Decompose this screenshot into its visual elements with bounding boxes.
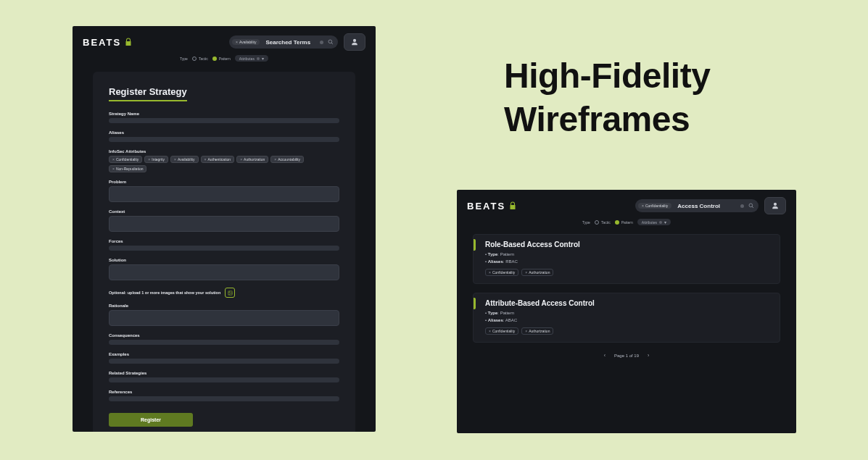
infosec-chip-row: ×Confidentiality ×Integrity ×Availabilit… <box>109 156 339 172</box>
tag-authorization[interactable]: ×Authorization <box>521 327 553 335</box>
search-filter-chip[interactable]: × Availability <box>232 39 260 45</box>
accent-stripe <box>474 239 476 251</box>
close-icon: × <box>489 329 491 333</box>
label-examples: Examples <box>109 352 339 356</box>
app-search-results: BEATS × Confidentiality Access Control T… <box>457 190 796 433</box>
search-status-dot <box>740 204 744 208</box>
user-icon <box>772 202 779 209</box>
label-infosec: InfoSec Attributes <box>109 149 339 154</box>
close-icon[interactable]: × <box>274 157 276 162</box>
svg-point-4 <box>749 204 753 207</box>
page-title: High-Fidelity Wireframes <box>504 54 710 141</box>
filter-pattern-option[interactable]: Pattern <box>615 220 633 225</box>
chip-integrity[interactable]: ×Integrity <box>144 156 168 163</box>
input-related[interactable] <box>109 377 339 382</box>
lock-icon <box>508 201 517 210</box>
close-icon[interactable]: × <box>174 157 176 162</box>
chip-authorization[interactable]: ×Authorization <box>236 156 268 163</box>
search-status-dot <box>320 41 323 44</box>
close-icon: × <box>525 270 527 275</box>
lock-icon <box>124 38 133 46</box>
close-icon: × <box>525 329 527 333</box>
upload-button[interactable] <box>225 288 235 298</box>
filter-tactic-option[interactable]: Tactic <box>595 220 611 225</box>
close-icon[interactable]: × <box>112 167 115 171</box>
tag-confidentiality[interactable]: ×Confidentiality <box>485 269 518 276</box>
search-icon <box>748 203 754 209</box>
pager-prev[interactable]: ‹ <box>604 353 605 358</box>
brand: BEATS <box>83 37 133 48</box>
pager-next[interactable]: › <box>648 353 649 358</box>
chip-accountability[interactable]: ×Accountability <box>270 156 304 163</box>
topbar: BEATS × Availability Searched Terms <box>73 26 376 52</box>
chip-remove-icon[interactable]: × <box>236 40 238 44</box>
search-button[interactable] <box>747 203 756 209</box>
panel-title: Register Strategy <box>109 86 187 101</box>
filter-type-label: Type <box>582 220 590 225</box>
search-text[interactable]: Searched Terms <box>263 39 317 46</box>
label-context: Context <box>109 209 339 214</box>
input-examples[interactable] <box>109 359 339 364</box>
label-rationale: Rationale <box>109 304 339 308</box>
close-icon[interactable]: × <box>112 157 115 162</box>
input-problem[interactable] <box>109 186 339 202</box>
input-rationale[interactable] <box>109 310 339 326</box>
svg-point-0 <box>328 40 332 43</box>
input-forces[interactable] <box>109 246 339 251</box>
filter-attributes-select[interactable]: Attributes ▾ <box>637 219 671 225</box>
label-related: Related Strategies <box>109 371 339 375</box>
pager-status: Page 1 of 19 <box>614 354 639 358</box>
close-icon[interactable]: × <box>148 157 150 162</box>
chip-nonrepudiation[interactable]: ×Non-Repudiation <box>109 165 146 172</box>
input-strategy-name[interactable] <box>109 118 339 123</box>
chevron-down-icon: ▾ <box>262 56 264 61</box>
result-meta: Type: Pattern Aliases: RBAC <box>485 251 768 265</box>
search-filter-chip[interactable]: × Confidentiality <box>638 203 671 209</box>
topbar: BEATS × Confidentiality Access Control <box>457 190 796 216</box>
result-title: Role-Based Access Control <box>485 241 768 248</box>
search-text[interactable]: Access Control <box>674 203 737 209</box>
chip-authentication[interactable]: ×Authentication <box>201 156 235 163</box>
accent-stripe <box>474 298 476 309</box>
search-bar[interactable]: × Confidentiality Access Control <box>635 199 759 212</box>
user-icon <box>351 38 358 46</box>
filter-tactic-option[interactable]: Tactic <box>192 57 208 61</box>
search-bar[interactable]: × Availability Searched Terms <box>229 35 338 49</box>
app-register-strategy: BEATS × Availability Searched Terms Type… <box>73 26 376 432</box>
chip-availability[interactable]: ×Availability <box>170 156 198 163</box>
register-form-panel: Register Strategy Strategy Name Aliases … <box>93 72 355 432</box>
radio-off-icon <box>595 220 599 225</box>
result-card[interactable]: Role-Based Access Control Type: Pattern … <box>473 234 780 284</box>
chip-confidentiality[interactable]: ×Confidentiality <box>109 156 142 163</box>
label-forces: Forces <box>109 239 339 243</box>
tag-authorization[interactable]: ×Authorization <box>521 269 553 276</box>
search-icon <box>328 39 334 45</box>
input-aliases[interactable] <box>109 137 339 142</box>
register-button[interactable]: Register <box>109 413 193 427</box>
filter-attributes-select[interactable]: Attributes ▾ <box>235 55 268 62</box>
upload-label: Optional: upload 1 or more images that s… <box>109 290 220 295</box>
label-consequences: Consequences <box>109 333 339 338</box>
results-list: Role-Based Access Control Type: Pattern … <box>457 231 796 365</box>
tag-confidentiality[interactable]: ×Confidentiality <box>485 327 518 335</box>
input-consequences[interactable] <box>109 340 339 345</box>
input-references[interactable] <box>109 396 339 401</box>
input-solution[interactable] <box>109 264 339 280</box>
label-references: References <box>109 390 339 394</box>
chip-remove-icon[interactable]: × <box>642 204 644 208</box>
dot-icon <box>659 221 662 224</box>
filter-pattern-option[interactable]: Pattern <box>212 57 231 61</box>
close-icon[interactable]: × <box>240 157 242 162</box>
close-icon[interactable]: × <box>204 157 207 162</box>
label-problem: Problem <box>109 180 339 184</box>
result-card[interactable]: Attribute-Based Access Control Type: Pat… <box>473 293 780 343</box>
input-context[interactable] <box>109 216 339 232</box>
page-title-line2: Wireframes <box>504 98 710 141</box>
result-tags: ×Confidentiality ×Authorization <box>485 269 768 276</box>
page-title-line1: High-Fidelity <box>504 54 710 98</box>
upload-row: Optional: upload 1 or more images that s… <box>109 288 339 298</box>
user-menu[interactable] <box>764 197 786 214</box>
user-menu[interactable] <box>344 33 365 51</box>
search-button[interactable] <box>326 39 335 45</box>
filter-bar: Type Tactic Pattern Attributes ▾ <box>73 52 376 67</box>
